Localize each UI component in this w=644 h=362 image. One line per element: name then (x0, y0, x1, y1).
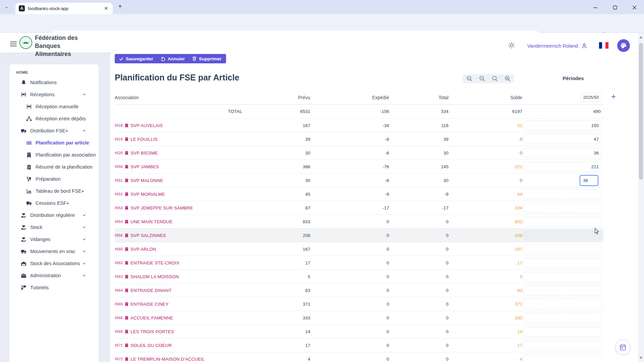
sidebar-item-tutoriels[interactable]: Tutoriels (9, 282, 99, 294)
sidebar-item-stock[interactable]: Stock (9, 221, 99, 233)
menu-hamburger-icon[interactable] (10, 40, 17, 48)
sidebar-item-label: Vidanges (30, 237, 50, 242)
association-link[interactable]: #569LES TROIS PORTES (115, 329, 254, 334)
col-association[interactable]: Association (115, 95, 254, 100)
period-quantity-input[interactable] (523, 203, 602, 213)
period-quantity-input[interactable] (523, 299, 602, 309)
period-quantity-input[interactable] (523, 121, 602, 130)
zoom-in-icon[interactable] (504, 75, 511, 82)
sidebar-item-cessions-esf-[interactable]: Cessions ESF+ (9, 197, 99, 209)
solde-value: 104 (449, 205, 523, 210)
sidebar-item-r-ceptions[interactable]: Réceptions (9, 88, 99, 101)
association-link[interactable]: #565ENTRAIDE CINEY (115, 302, 254, 307)
table-row: #562ENTRAIDE STE-CROIX170017 (115, 256, 604, 270)
zoom-out-icon[interactable] (466, 75, 473, 82)
language-flag-fr[interactable] (599, 42, 608, 49)
sidebar-item-tableau-de-bord-fse-[interactable]: Tableau de bord FSE+ (9, 185, 99, 197)
association-link[interactable]: #519LE FOUILLIS (115, 137, 254, 142)
chevron-down-icon (83, 226, 86, 229)
scrollbar-thumb[interactable] (639, 43, 643, 180)
period-quantity-input[interactable] (523, 189, 602, 199)
user-menu[interactable]: Vandermeersch Roland (527, 43, 588, 49)
association-link[interactable]: #556SVP SALZINNES (115, 233, 254, 238)
page-scrollbar[interactable] (638, 33, 644, 362)
scrollbar-up-arrow[interactable] (639, 36, 643, 39)
window-minimize-button[interactable] (590, 3, 600, 11)
table-row: #518SVP AUVELAIS167-3411651 (115, 119, 604, 132)
association-id: #563 (115, 275, 123, 279)
sidebar-item-planification-par-association[interactable]: Planification par association (9, 149, 99, 161)
col-solde[interactable]: Solde (449, 95, 523, 100)
sidebar-item-r-ception-manuelle[interactable]: Réception manuelle (9, 101, 99, 113)
save-button[interactable]: Sauvegarder (115, 54, 158, 63)
window-close-button[interactable] (629, 3, 639, 11)
sidebar-item-distribution-r-guli-re[interactable]: Distribution régulière (9, 209, 99, 221)
add-period-button[interactable]: + (611, 93, 616, 101)
sidebar-item-notifications[interactable]: Notifications (9, 76, 99, 88)
total-value: 0 (390, 274, 449, 279)
sidebar-item-r-ception-entre-d-p-ts[interactable]: Réception entre dépôts (9, 113, 99, 125)
period-quantity-input[interactable] (523, 148, 602, 158)
sidebar-item-administration[interactable]: Administration (9, 269, 99, 282)
association-link[interactable]: #563SHALOM LA MOISSON (115, 274, 254, 279)
scrollbar-down-arrow[interactable] (639, 357, 643, 359)
sidebar-item-stock-des-associations[interactable]: Stock des Associations (9, 257, 99, 269)
association-link[interactable]: #560SVP ARLON (115, 247, 254, 252)
association-link[interactable]: #551SVP MALONNE (115, 178, 254, 183)
delete-button[interactable]: Supprimer (188, 54, 226, 63)
association-link[interactable]: #552SVP MORIALME (115, 192, 254, 197)
solde-value: 17 (449, 343, 523, 348)
period-quantity-input[interactable] (523, 162, 602, 172)
period-quantity-input[interactable] (523, 258, 602, 268)
new-tab-button[interactable]: + (118, 3, 122, 10)
period-quantity-input[interactable] (523, 327, 602, 337)
browser-tab[interactable]: A foodbanks-stock-app ✕ (15, 3, 113, 14)
expedie-value: 0 (311, 233, 390, 238)
association-link[interactable]: #571SOLEIL DU COEUR (115, 343, 254, 348)
association-link[interactable]: #553SVP JEMEPPE SUR SAMBRE (115, 205, 254, 210)
zoom-out-small-icon[interactable] (479, 75, 485, 82)
theme-palette-button[interactable] (617, 39, 630, 52)
association-link[interactable]: #564ENTRAIDE DINANT (115, 288, 254, 293)
total-value: 39 (390, 137, 449, 142)
col-total[interactable]: Total (390, 95, 449, 100)
association-name: ENTRAIDE STE-CROIX (130, 260, 179, 265)
association-link[interactable]: #572LE TREMPLIN-MAISON D'ACCUEIL (115, 357, 254, 362)
period-selector[interactable]: 2025/50 (580, 93, 602, 102)
zoom-reset-icon[interactable] (492, 75, 498, 82)
association-link[interactable]: #518SVP AUVELAIS (115, 123, 254, 128)
association-link[interactable]: #554UNE MAIN TENDUE (115, 219, 254, 224)
period-quantity-input[interactable] (523, 244, 602, 254)
period-quantity-input[interactable] (523, 286, 602, 295)
sidebar-item-r-sum-de-la-planification[interactable]: Résumé de la planification (9, 161, 99, 173)
period-quantity-input[interactable] (523, 217, 602, 227)
sidebar-item-mouvements-en-vrac[interactable]: Mouvements en vrac (9, 245, 99, 257)
association-link[interactable]: #520SVP BIESME (115, 150, 254, 156)
theme-toggle-sun-icon[interactable] (508, 42, 515, 50)
sidebar-item-distribution-fse-[interactable]: Distribution FSE+ (9, 125, 99, 137)
prevu-value: 5 (254, 274, 311, 279)
sidebar-item-pr-paration[interactable]: Préparation (9, 173, 99, 185)
period-quantity-input[interactable] (523, 354, 602, 362)
association-link[interactable]: #550SVP JAMBES (115, 164, 254, 169)
period-quantity-input[interactable] (580, 175, 598, 186)
chevron-down-icon (83, 274, 86, 277)
calendar-fab-button[interactable] (615, 340, 631, 355)
tab-search-icon[interactable]: ⌄ (5, 4, 8, 9)
period-quantity-input[interactable] (523, 134, 602, 144)
association-link[interactable]: #566ACCUEIL FAMENNE (115, 315, 254, 320)
user-name[interactable]: Vandermeersch Roland (527, 43, 578, 49)
period-quantity-input[interactable] (523, 272, 602, 282)
period-quantity-input[interactable] (523, 313, 602, 323)
sidebar-item-label: Tutoriels (30, 285, 49, 290)
col-expedie[interactable]: Expédié (311, 95, 390, 100)
period-quantity-input[interactable] (523, 231, 602, 240)
window-maximize-button[interactable] (610, 3, 620, 11)
sidebar-item-planification-par-article[interactable]: Planification par article (9, 137, 99, 149)
cancel-button[interactable]: Annuler (156, 54, 189, 63)
association-link[interactable]: #562ENTRAIDE STE-CROIX (115, 260, 254, 265)
tab-close-icon[interactable]: ✕ (103, 6, 109, 11)
col-prevu[interactable]: Prévu (254, 95, 311, 100)
sidebar-item-vidanges[interactable]: Vidanges (9, 233, 99, 245)
period-quantity-input[interactable] (523, 341, 602, 350)
